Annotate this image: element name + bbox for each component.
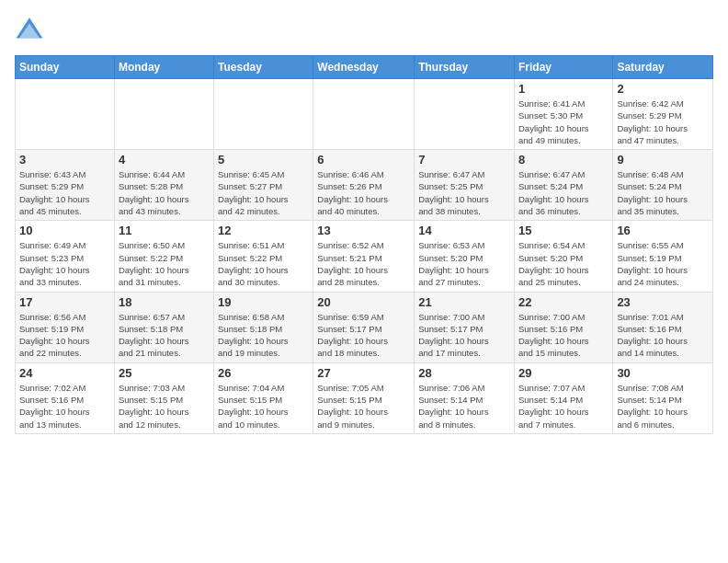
calendar-day-cell: 10Sunrise: 6:49 AM Sunset: 5:23 PM Dayli…: [16, 221, 115, 292]
day-number: 11: [119, 224, 210, 237]
day-info: Sunrise: 6:48 AM Sunset: 5:24 PM Dayligh…: [617, 168, 709, 217]
day-info: Sunrise: 7:02 AM Sunset: 5:16 PM Dayligh…: [19, 382, 110, 431]
calendar-day-cell: [16, 79, 115, 150]
day-number: 7: [418, 153, 510, 167]
weekday-header-friday: Friday: [514, 56, 612, 79]
day-number: 20: [317, 295, 410, 309]
calendar-day-cell: 23Sunrise: 7:01 AM Sunset: 5:16 PM Dayli…: [613, 292, 713, 362]
day-number: 17: [19, 295, 110, 309]
day-number: 6: [317, 153, 410, 167]
logo-icon: [15, 15, 44, 44]
day-number: 2: [617, 82, 709, 96]
weekday-header-tuesday: Tuesday: [214, 56, 313, 79]
day-number: 22: [518, 295, 609, 309]
day-info: Sunrise: 6:59 AM Sunset: 5:17 PM Dayligh…: [317, 311, 410, 360]
weekday-header-thursday: Thursday: [415, 56, 515, 79]
day-info: Sunrise: 7:00 AM Sunset: 5:16 PM Dayligh…: [518, 311, 609, 360]
day-number: 18: [119, 295, 210, 309]
weekday-header-sunday: Sunday: [16, 56, 115, 79]
calendar-day-cell: 2Sunrise: 6:42 AM Sunset: 5:29 PM Daylig…: [613, 79, 713, 150]
calendar-week-row: 10Sunrise: 6:49 AM Sunset: 5:23 PM Dayli…: [16, 221, 713, 292]
calendar-day-cell: 21Sunrise: 7:00 AM Sunset: 5:17 PM Dayli…: [415, 292, 515, 362]
day-number: 30: [617, 366, 709, 380]
calendar-day-cell: 24Sunrise: 7:02 AM Sunset: 5:16 PM Dayli…: [16, 362, 115, 433]
day-number: 13: [317, 224, 410, 237]
day-info: Sunrise: 6:43 AM Sunset: 5:29 PM Dayligh…: [19, 168, 110, 217]
day-info: Sunrise: 7:00 AM Sunset: 5:17 PM Dayligh…: [418, 311, 510, 360]
day-number: 9: [617, 153, 709, 167]
calendar-day-cell: 17Sunrise: 6:56 AM Sunset: 5:19 PM Dayli…: [16, 292, 115, 362]
calendar-day-cell: [114, 79, 213, 150]
day-info: Sunrise: 6:52 AM Sunset: 5:21 PM Dayligh…: [317, 239, 410, 288]
day-info: Sunrise: 7:04 AM Sunset: 5:15 PM Dayligh…: [218, 382, 309, 431]
day-number: 16: [617, 224, 709, 237]
day-info: Sunrise: 6:47 AM Sunset: 5:24 PM Dayligh…: [518, 168, 609, 217]
day-number: 5: [218, 153, 309, 167]
day-number: 23: [617, 295, 709, 309]
day-number: 14: [418, 224, 510, 237]
day-number: 26: [218, 366, 309, 380]
day-info: Sunrise: 6:45 AM Sunset: 5:27 PM Dayligh…: [218, 168, 309, 217]
day-info: Sunrise: 6:42 AM Sunset: 5:29 PM Dayligh…: [617, 98, 709, 146]
day-number: 4: [119, 153, 210, 167]
weekday-header-wednesday: Wednesday: [313, 56, 415, 79]
weekday-header-monday: Monday: [114, 56, 213, 79]
calendar-day-cell: 5Sunrise: 6:45 AM Sunset: 5:27 PM Daylig…: [214, 150, 313, 221]
calendar-table: SundayMondayTuesdayWednesdayThursdayFrid…: [15, 55, 713, 434]
day-number: 15: [518, 224, 609, 237]
calendar-day-cell: 7Sunrise: 6:47 AM Sunset: 5:25 PM Daylig…: [415, 150, 515, 221]
day-number: 12: [218, 224, 309, 237]
day-info: Sunrise: 6:53 AM Sunset: 5:20 PM Dayligh…: [418, 239, 510, 288]
calendar-day-cell: [214, 79, 313, 150]
calendar-day-cell: 8Sunrise: 6:47 AM Sunset: 5:24 PM Daylig…: [514, 150, 612, 221]
day-number: 28: [418, 366, 510, 380]
day-number: 1: [518, 82, 609, 96]
day-number: 3: [19, 153, 110, 167]
logo: [15, 15, 48, 44]
day-info: Sunrise: 7:08 AM Sunset: 5:14 PM Dayligh…: [617, 382, 709, 431]
calendar-page: SundayMondayTuesdayWednesdayThursdayFrid…: [0, 0, 728, 449]
day-number: 29: [518, 366, 609, 380]
calendar-day-cell: 13Sunrise: 6:52 AM Sunset: 5:21 PM Dayli…: [313, 221, 415, 292]
day-number: 25: [119, 366, 210, 380]
calendar-day-cell: [313, 79, 415, 150]
calendar-day-cell: 30Sunrise: 7:08 AM Sunset: 5:14 PM Dayli…: [613, 362, 713, 433]
day-info: Sunrise: 6:51 AM Sunset: 5:22 PM Dayligh…: [218, 239, 309, 288]
day-number: 27: [317, 366, 410, 380]
weekday-header-row: SundayMondayTuesdayWednesdayThursdayFrid…: [16, 56, 713, 79]
calendar-day-cell: 3Sunrise: 6:43 AM Sunset: 5:29 PM Daylig…: [16, 150, 115, 221]
day-info: Sunrise: 6:56 AM Sunset: 5:19 PM Dayligh…: [19, 311, 110, 360]
day-info: Sunrise: 6:47 AM Sunset: 5:25 PM Dayligh…: [418, 168, 510, 217]
calendar-week-row: 1Sunrise: 6:41 AM Sunset: 5:30 PM Daylig…: [16, 79, 713, 150]
page-header: [15, 15, 713, 44]
calendar-day-cell: 6Sunrise: 6:46 AM Sunset: 5:26 PM Daylig…: [313, 150, 415, 221]
day-info: Sunrise: 7:01 AM Sunset: 5:16 PM Dayligh…: [617, 311, 709, 360]
calendar-week-row: 17Sunrise: 6:56 AM Sunset: 5:19 PM Dayli…: [16, 292, 713, 362]
day-info: Sunrise: 6:54 AM Sunset: 5:20 PM Dayligh…: [518, 239, 609, 288]
calendar-day-cell: 19Sunrise: 6:58 AM Sunset: 5:18 PM Dayli…: [214, 292, 313, 362]
calendar-day-cell: 11Sunrise: 6:50 AM Sunset: 5:22 PM Dayli…: [114, 221, 213, 292]
day-info: Sunrise: 6:41 AM Sunset: 5:30 PM Dayligh…: [518, 98, 609, 146]
day-number: 24: [19, 366, 110, 380]
calendar-day-cell: 28Sunrise: 7:06 AM Sunset: 5:14 PM Dayli…: [415, 362, 515, 433]
calendar-day-cell: [415, 79, 515, 150]
day-info: Sunrise: 6:46 AM Sunset: 5:26 PM Dayligh…: [317, 168, 410, 217]
calendar-day-cell: 29Sunrise: 7:07 AM Sunset: 5:14 PM Dayli…: [514, 362, 612, 433]
calendar-day-cell: 12Sunrise: 6:51 AM Sunset: 5:22 PM Dayli…: [214, 221, 313, 292]
calendar-day-cell: 16Sunrise: 6:55 AM Sunset: 5:19 PM Dayli…: [613, 221, 713, 292]
day-info: Sunrise: 6:58 AM Sunset: 5:18 PM Dayligh…: [218, 311, 309, 360]
day-info: Sunrise: 6:49 AM Sunset: 5:23 PM Dayligh…: [19, 239, 110, 288]
day-info: Sunrise: 6:57 AM Sunset: 5:18 PM Dayligh…: [119, 311, 210, 360]
calendar-day-cell: 9Sunrise: 6:48 AM Sunset: 5:24 PM Daylig…: [613, 150, 713, 221]
calendar-day-cell: 1Sunrise: 6:41 AM Sunset: 5:30 PM Daylig…: [514, 79, 612, 150]
day-info: Sunrise: 7:07 AM Sunset: 5:14 PM Dayligh…: [518, 382, 609, 431]
day-info: Sunrise: 6:50 AM Sunset: 5:22 PM Dayligh…: [119, 239, 210, 288]
calendar-day-cell: 4Sunrise: 6:44 AM Sunset: 5:28 PM Daylig…: [114, 150, 213, 221]
day-number: 8: [518, 153, 609, 167]
day-number: 19: [218, 295, 309, 309]
day-info: Sunrise: 7:05 AM Sunset: 5:15 PM Dayligh…: [317, 382, 410, 431]
calendar-day-cell: 25Sunrise: 7:03 AM Sunset: 5:15 PM Dayli…: [114, 362, 213, 433]
day-info: Sunrise: 6:55 AM Sunset: 5:19 PM Dayligh…: [617, 239, 709, 288]
weekday-header-saturday: Saturday: [613, 56, 713, 79]
calendar-week-row: 3Sunrise: 6:43 AM Sunset: 5:29 PM Daylig…: [16, 150, 713, 221]
